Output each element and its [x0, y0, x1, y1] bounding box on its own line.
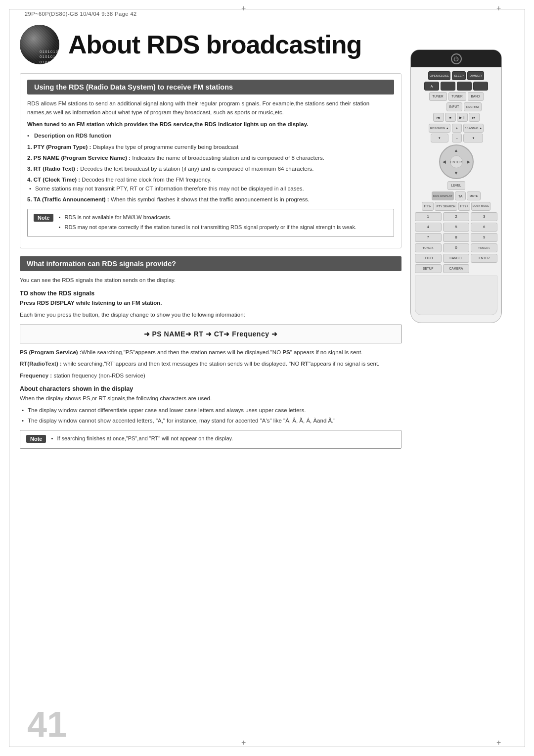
note-item-1: RDS is not available for MW/LW broadcast… [58, 213, 356, 222]
enter-level-row: LEVEL [415, 181, 497, 190]
header-area: 0101010101010101010101010101010101010101… [20, 25, 401, 64]
list-item-4-bold: 4. CT (Clock Time) : [27, 177, 80, 183]
pty-minus-btn[interactable]: PTY- [422, 202, 434, 211]
rec-tim-btn[interactable]: REC•TIM [464, 102, 482, 111]
right-column: ⏻ OPEN/CLOSE SLEEP DIMMER A TUNER TUNER … [410, 20, 514, 736]
sleep-btn[interactable]: SLEEP [452, 71, 466, 80]
section1-indicator: When tuned to an FM station which provid… [27, 120, 394, 129]
tuner2-btn[interactable]: TUNER [448, 92, 466, 101]
d-pad[interactable]: ▲ ▼ ◀ ▶ ENTER [439, 144, 474, 179]
bullet-1: The display window cannot differentiate … [20, 406, 401, 415]
level-btn[interactable]: LEVEL [447, 181, 465, 190]
rds-wov-down[interactable]: ▼ [431, 134, 448, 142]
tuner-plus-btn[interactable]: TUNER+ [471, 243, 497, 252]
flow-freq: Frequency [232, 330, 269, 338]
vol-tuning-row: RDS/WOW ▲ ▼ + − 5.1ASM/O ▲ ▼ [415, 124, 497, 142]
corner-mark-bl [242, 740, 249, 747]
logo-btn[interactable]: LOGO [415, 254, 442, 263]
btn-a4[interactable] [473, 82, 488, 91]
play-pause-btn[interactable]: ▶⏸ [457, 113, 468, 122]
dimmer-btn[interactable]: DIMMER [467, 71, 484, 80]
flow-rt: RT [194, 330, 204, 338]
prev-btn[interactable]: ⏮ [433, 113, 444, 122]
stop-btn[interactable]: ■ [445, 113, 456, 122]
rds-display-btn[interactable]: RDS DISPLAY [432, 191, 454, 200]
num-4-btn[interactable]: 4 [415, 223, 442, 232]
num-7-btn[interactable]: 7 [415, 233, 442, 242]
ps-no: PS [282, 349, 290, 355]
corner-mark-tl [242, 6, 249, 13]
remote-row-a: A [415, 82, 497, 91]
next-btn[interactable]: ⏭ [469, 113, 480, 122]
surround-up[interactable]: 5.1ASM/O ▲ [463, 124, 484, 133]
numbered-list: 1. PTY (Program Type) : Displays the typ… [27, 143, 394, 204]
flow-arrow-4: ➜ [223, 330, 232, 338]
d-left[interactable]: ◀ [443, 159, 446, 164]
surround-down[interactable]: ▼ [463, 134, 483, 142]
flow-arrow-1: ➜ [144, 330, 152, 338]
num-2-btn[interactable]: 2 [443, 212, 470, 221]
btn-a2[interactable] [441, 82, 455, 91]
tuner-minus-btn[interactable]: TUNER- [415, 243, 442, 252]
num-6-btn[interactable]: 6 [471, 223, 497, 232]
section2: What information can RDS signals provide… [20, 256, 401, 449]
mute-btn[interactable]: MUTE [467, 191, 481, 200]
d-up[interactable]: ▲ [454, 148, 458, 153]
band-btn[interactable]: BAND [468, 92, 484, 101]
list-item-2-bold: 2. PS NAME (Program Service Name) : [27, 155, 131, 161]
signal-flow: ➜ PS NAME➜ RT ➜ CT➜ Frequency ➜ [20, 325, 401, 343]
list-item-2: 2. PS NAME (Program Service Name) : Indi… [27, 154, 394, 162]
num-1-btn[interactable]: 1 [415, 212, 442, 221]
d-right[interactable]: ▶ [467, 159, 470, 164]
dusk-mode-btn[interactable]: DUSK MODE [471, 202, 490, 211]
corner-mark-br [497, 740, 504, 747]
btn-a1[interactable]: A [424, 82, 439, 91]
desc-bullet-label: Description on RDS function [34, 133, 112, 139]
rds-display-row: RDS DISPLAY TA MUTE [415, 191, 497, 200]
remote-row-input: INPUT REC•TIM [415, 102, 497, 111]
list-item-1-bold: 1. PTY (Program Type) : [27, 144, 91, 150]
rt-no: RT [301, 361, 309, 367]
sub1-bold: Press RDS DISPLAY while listening to an … [20, 299, 401, 308]
setup-btn[interactable]: SETUP [415, 264, 442, 273]
open-close-btn[interactable]: OPEN/CLOSE [428, 71, 450, 80]
num-0-btn[interactable]: 0 [443, 243, 470, 252]
flow-ps: PS NAME [152, 330, 185, 338]
num-9-btn[interactable]: 9 [471, 233, 497, 242]
flow-arrow-5: ➜ [269, 330, 278, 338]
camera-btn[interactable]: CAMERA [443, 264, 470, 273]
note-box-1: Note RDS is not available for MW/LW broa… [27, 209, 394, 237]
num-8-btn[interactable]: 8 [443, 233, 470, 242]
logo-circle: 0101010101010101010101010101010101010101… [20, 25, 59, 64]
input-btn[interactable]: INPUT [446, 102, 462, 111]
transport-row: ⏮ ■ ▶⏸ ⏭ [415, 113, 497, 122]
sub1-text: Each time you press the button, the disp… [20, 311, 401, 320]
num-grid: 1 2 3 4 5 6 7 8 9 TUNER- 0 TUNER+ [415, 212, 497, 252]
desc-item-bullet: Description on RDS function [27, 132, 394, 140]
d-down[interactable]: ▼ [454, 171, 458, 176]
tuner-btn[interactable]: TUNER [429, 92, 447, 101]
section2-header: What information can RDS signals provide… [20, 256, 401, 271]
binary-background: 0101010101010101010101010101010101010101… [40, 49, 59, 64]
ta-btn[interactable]: TA [455, 191, 466, 200]
pty-plus-btn[interactable]: PTY+ [458, 202, 470, 211]
btn-a3[interactable] [457, 82, 472, 91]
flow-arrow-3: ➜ [203, 330, 214, 338]
remote-power-button[interactable]: ⏻ [451, 53, 462, 64]
vol-minus[interactable]: − [452, 134, 462, 142]
meta-line: 29P~60P(DS80)-GB 10/4/04 9:38 Page 42 [25, 11, 137, 17]
enter-btn-2[interactable]: ENTER [471, 254, 497, 263]
rds-wov-up[interactable]: RDS/WOW ▲ [429, 124, 450, 133]
sub2-intro: When the display shows PS,or RT signals,… [20, 394, 401, 403]
d-center-enter[interactable]: ENTER [450, 155, 463, 168]
num-5-btn[interactable]: 5 [443, 223, 470, 232]
flow-ct: CT [214, 330, 224, 338]
pty-search-btn[interactable]: PTY SEARCH [435, 202, 457, 211]
num-3-btn[interactable]: 3 [471, 212, 497, 221]
list-item-3-bold: 3. RT (Radio Text) : [27, 166, 79, 172]
vol-plus[interactable]: + [452, 124, 462, 133]
bottom-grid-2: SETUP CAMERA [415, 264, 497, 273]
remote-control: ⏻ OPEN/CLOSE SLEEP DIMMER A TUNER TUNER … [410, 49, 502, 323]
flow-arrow-2: ➜ [185, 330, 194, 338]
cancel-btn[interactable]: CANCEL [443, 254, 470, 263]
